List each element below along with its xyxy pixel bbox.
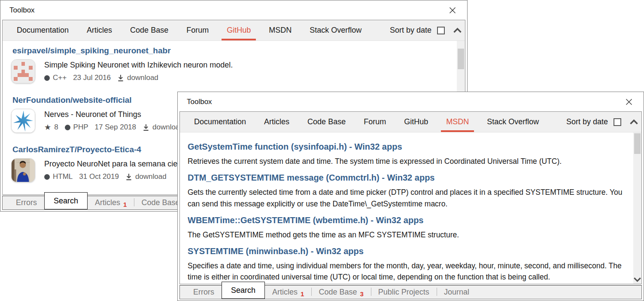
language-label: PHP (73, 123, 88, 132)
bottom-tab-articles[interactable]: Articles1 (88, 196, 134, 209)
sort-by-date-label: Sort by date (390, 26, 431, 35)
bottom-tab-label: Errors (16, 198, 37, 207)
tab-articles[interactable]: Articles (255, 112, 298, 132)
repo-meta: ★ 8 PHP 17 Sep 2018 down (44, 123, 184, 132)
download-link[interactable]: download (125, 172, 167, 181)
close-icon (626, 98, 632, 105)
tab-msdn[interactable]: MSDN (260, 20, 301, 40)
bottom-tab-public-projects[interactable]: Public Projects (371, 286, 437, 299)
search-result: SYSTEMTIME (minwinbase.h) - Win32 apps S… (188, 246, 624, 283)
bottom-tab-label: Code Base (141, 198, 179, 207)
repo-description: Nerves - Neuronet of Things (44, 110, 184, 119)
repo-description: Simple Spiking Neuronet with Izhikevich … (44, 61, 233, 70)
download-icon (143, 124, 149, 131)
results-tab-strip: Errors Search Articles1 Code Base3 Publi… (179, 285, 642, 299)
star-count-value: 8 (54, 123, 58, 132)
bottom-tab-label: Articles (272, 288, 298, 297)
tab-github[interactable]: GitHub (395, 112, 437, 132)
scrollbar[interactable] (633, 132, 641, 284)
scrollbar-thumb[interactable] (458, 49, 464, 69)
tab-stack-overflow[interactable]: Stack Overflow (478, 112, 548, 132)
sort-by-date-checkbox[interactable] (437, 27, 445, 34)
bottom-tab-label: Search (231, 286, 255, 295)
scroll-up-button[interactable] (627, 112, 641, 132)
tab-forum[interactable]: Forum (177, 20, 218, 40)
bottom-tab-label: Public Projects (378, 288, 429, 297)
tab-stack-overflow[interactable]: Stack Overflow (301, 20, 371, 40)
bottom-tab-errors[interactable]: Errors (186, 286, 222, 299)
title-bar[interactable]: Toolbox (0, 0, 467, 20)
bottom-tab-journal[interactable]: Journal (437, 286, 477, 299)
bottom-tab-articles[interactable]: Articles1 (265, 286, 311, 299)
repo-meta: HTML 31 Oct 2019 download (44, 172, 182, 181)
bottom-tab-label: Journal (444, 288, 469, 297)
scroll-up-button[interactable] (450, 20, 464, 40)
close-button[interactable] (623, 96, 635, 108)
tab-code-base[interactable]: Code Base (121, 20, 177, 40)
bottom-tab-search[interactable]: Search (222, 282, 265, 299)
close-button[interactable] (447, 4, 459, 16)
repo-language: C++ (44, 74, 67, 82)
star-count: ★ 8 (44, 123, 58, 132)
bottom-tab-label: Articles (95, 198, 120, 207)
repo-result: esirpavel/simple_spiking_neuronet_habr S… (11, 46, 452, 83)
tab-control: Documentation Articles Code Base Forum G… (179, 111, 642, 284)
article-link[interactable]: GetSystemTime function (sysinfoapi.h) - … (188, 142, 624, 152)
language-dot-icon (65, 125, 70, 130)
search-result: DTM_GETSYSTEMTIME message (Commctrl.h) -… (188, 173, 624, 209)
chevron-down-icon (633, 277, 641, 283)
repo-language: HTML (44, 172, 73, 181)
tab-github[interactable]: GitHub (218, 20, 260, 40)
bottom-tab-label: Search (54, 197, 78, 206)
bottom-tab-label: Errors (193, 288, 214, 297)
close-icon (449, 7, 456, 14)
repo-avatar-identicon (11, 59, 35, 83)
language-label: C++ (53, 74, 67, 82)
sort-controls: Sort by date (390, 20, 465, 40)
article-description: Gets the currently selected time from a … (188, 187, 623, 209)
repo-meta: C++ 23 Jul 2016 download (44, 74, 233, 82)
article-description: Specifies a date and time, using individ… (188, 260, 623, 283)
tab-msdn[interactable]: MSDN (437, 112, 478, 132)
tab-documentation[interactable]: Documentation (185, 112, 255, 132)
repo-date: 23 Jul 2016 (73, 74, 111, 82)
tab-forum[interactable]: Forum (355, 112, 395, 132)
bottom-tab-code-base[interactable]: Code Base3 (311, 286, 371, 299)
source-tab-strip: Documentation Articles Code Base Forum G… (3, 20, 465, 41)
scroll-down-button[interactable] (633, 277, 641, 283)
repo-date: 17 Sep 2018 (95, 123, 136, 132)
scrollbar-thumb[interactable] (634, 133, 641, 154)
bottom-tab-errors[interactable]: Errors (9, 196, 44, 209)
download-icon (117, 74, 124, 82)
article-description: The GetSYSTEMTIME method gets the time a… (188, 229, 623, 240)
download-link[interactable]: download (117, 74, 158, 82)
article-link[interactable]: DTM_GETSYSTEMTIME message (Commctrl.h) -… (188, 173, 624, 183)
repo-description: Proyecto NeuroNet para la semana cien (44, 160, 182, 169)
bottom-tab-label: Code Base (319, 288, 357, 297)
download-icon (125, 173, 132, 181)
language-label: HTML (53, 172, 73, 181)
language-dot-icon (44, 75, 50, 81)
msdn-result-list: GetSystemTime function (sysinfoapi.h) - … (180, 132, 641, 283)
article-description: Retrieves the current system date and ti… (188, 156, 623, 167)
repo-avatar-spark (11, 109, 35, 133)
repo-language: PHP (65, 123, 88, 132)
download-label: download (135, 172, 167, 181)
article-link[interactable]: SYSTEMTIME (minwinbase.h) - Win32 apps (188, 246, 624, 256)
search-result: WBEMTime::GetSYSTEMTIME (wbemtime.h) - W… (188, 215, 624, 240)
sort-by-date-checkbox[interactable] (614, 118, 621, 126)
tab-code-base[interactable]: Code Base (298, 112, 355, 132)
tab-articles[interactable]: Articles (78, 20, 121, 40)
title-bar[interactable]: Toolbox (178, 92, 644, 111)
language-dot-icon (44, 174, 50, 180)
article-link[interactable]: WBEMTime::GetSYSTEMTIME (wbemtime.h) - W… (188, 215, 624, 225)
tab-count-badge: 1 (123, 201, 127, 208)
toolbox-window-msdn: Toolbox Documentation Articles Code Base… (177, 92, 644, 301)
repo-link[interactable]: esirpavel/simple_spiking_neuronet_habr (12, 46, 452, 55)
tab-documentation[interactable]: Documentation (8, 20, 78, 40)
repo-avatar-photo (11, 158, 35, 182)
bottom-tab-search[interactable]: Search (44, 192, 88, 209)
window-title: Toolbox (9, 6, 35, 15)
repo-date: 31 Oct 2019 (79, 172, 119, 181)
window-title: Toolbox (187, 98, 212, 106)
